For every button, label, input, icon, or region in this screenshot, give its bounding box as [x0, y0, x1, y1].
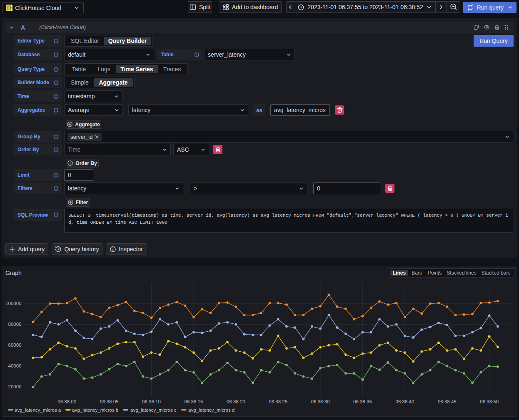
svg-text:avg_latency_micros b: avg_latency_micros b [72, 408, 118, 412]
svg-text:06:38:35: 06:38:35 [353, 399, 372, 404]
svg-text:06:38:25: 06:38:25 [269, 399, 287, 404]
svg-text:06:38:15: 06:38:15 [185, 399, 203, 404]
svg-text:06:38:40: 06:38:40 [396, 399, 414, 404]
svg-text:06:38:10: 06:38:10 [142, 399, 161, 404]
svg-text:06:38:50: 06:38:50 [480, 399, 499, 404]
svg-text:80000: 80000 [8, 322, 22, 327]
svg-text:100000: 100000 [5, 301, 21, 306]
svg-text:06:38:20: 06:38:20 [227, 399, 245, 404]
svg-text:06:38:00: 06:38:00 [57, 399, 76, 404]
svg-text:06:38:45: 06:38:45 [438, 399, 457, 404]
svg-text:avg_latency_micros c: avg_latency_micros c [130, 408, 177, 412]
svg-text:40000: 40000 [8, 363, 22, 368]
svg-text:20000: 20000 [8, 384, 22, 389]
svg-text:60000: 60000 [8, 342, 22, 348]
svg-text:avg_latency_micros a: avg_latency_micros a [15, 408, 61, 412]
svg-text:avg_latency_micros d: avg_latency_micros d [188, 408, 235, 412]
svg-text:06:38:30: 06:38:30 [311, 399, 330, 404]
svg-text:06:38:05: 06:38:05 [100, 399, 119, 404]
